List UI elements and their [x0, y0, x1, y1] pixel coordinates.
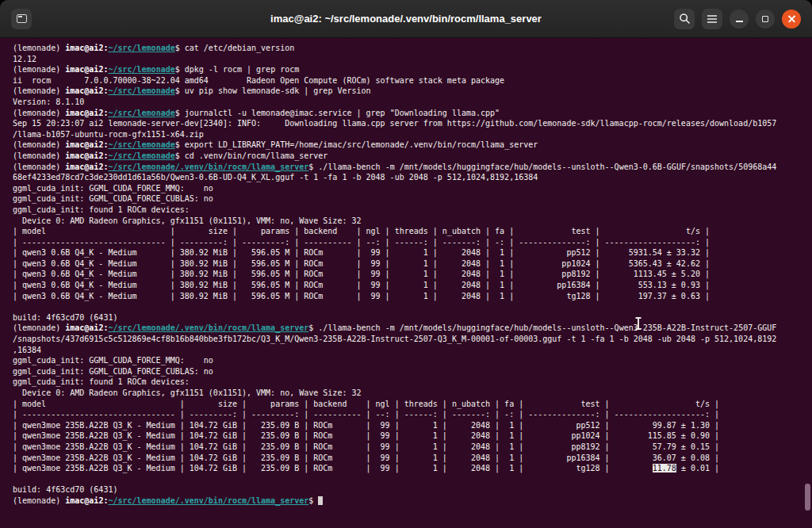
terminal-line: (lemonade) imac@ai2:~/src/lemonade$ cd .… — [13, 151, 806, 162]
terminal-line: /llama-b1057-ubuntu-rocm-gfx1151-x64.zip — [13, 129, 806, 140]
minimize-button[interactable] — [730, 10, 749, 29]
terminal-line: | -------------------------------- | ---… — [13, 409, 806, 420]
terminal-line: ii rocm 7.0.0.70000-38~22.04 amd64 Radeo… — [13, 75, 806, 86]
new-tab-button[interactable] — [11, 9, 32, 29]
maximize-button[interactable] — [756, 10, 775, 29]
terminal-line: (lemonade) imac@ai2:~/src/lemonade$ dpkg… — [13, 64, 806, 75]
search-icon — [679, 13, 691, 25]
terminal-line: Sep 15 20:23:07 ai2 lemonade-server-dev[… — [13, 118, 806, 129]
maximize-icon — [762, 16, 768, 22]
terminal-line: | qwen3moe 235B.A22B Q3_K - Medium | 104… — [13, 453, 806, 464]
terminal-line: ggml_cuda_init: found 1 ROCm devices: — [13, 205, 806, 216]
terminal-line: | qwen3 0.6B Q4_K - Medium | 380.92 MiB … — [13, 291, 806, 302]
terminal-line — [13, 301, 806, 312]
terminal-line — [13, 474, 806, 485]
terminal-tab-icon — [17, 14, 27, 23]
terminal-line: | qwen3 0.6B Q4_K - Medium | 380.92 MiB … — [13, 247, 806, 258]
search-button[interactable] — [674, 9, 695, 29]
terminal-line: build: 4f63cd70 (6431) — [13, 312, 806, 323]
terminal-line: ggml_cuda_init: GGML_CUDA_FORCE_MMQ: no — [13, 183, 806, 194]
terminal-line: (lemonade) imac@ai2:~/src/lemonade$ jour… — [13, 108, 806, 119]
terminal-line: (lemonade) imac@ai2:~/src/lemonade/.venv… — [13, 495, 806, 507]
terminal-line: ,16384 — [13, 345, 806, 356]
terminal-line: /snapshots/437d6915c5c512869e4cf8b16b840… — [13, 334, 806, 345]
terminal-line: (lemonade) imac@ai2:~/src/lemonade$ cat … — [13, 43, 806, 54]
terminal-line: | qwen3moe 235B.A22B Q3_K - Medium | 104… — [13, 442, 806, 453]
terminal-line: Device 0: AMD Radeon Graphics, gfx1151 (… — [13, 388, 806, 399]
terminal-line: (lemonade) imac@ai2:~/src/lemonade/.venv… — [13, 162, 806, 173]
terminal-line: ggml_cuda_init: found 1 ROCm devices: — [13, 377, 806, 388]
terminal-line: ggml_cuda_init: GGML_CUDA_FORCE_CUBLAS: … — [13, 366, 806, 377]
window-title: imac@ai2: ~/src/lemonade/.venv/bin/rocm/… — [270, 13, 542, 25]
terminal-line: 68ef4233ed78cd7c3de230dd1d61a56b/Qwen3-0… — [13, 172, 806, 183]
hamburger-icon — [707, 14, 718, 24]
terminal-content: (lemonade) imac@ai2:~/src/lemonade$ cat … — [13, 43, 806, 507]
terminal-line: | qwen3moe 235B.A22B Q3_K - Medium | 104… — [13, 430, 806, 442]
terminal[interactable]: (lemonade) imac@ai2:~/src/lemonade$ cat … — [0, 38, 812, 528]
terminal-line: 12.12 — [13, 54, 806, 65]
selection-highlight: 11.78 — [653, 464, 676, 473]
terminal-line: | model | size | params | backend | ngl … — [13, 226, 806, 237]
terminal-line: build: 4f63cd70 (6431) — [13, 484, 806, 495]
terminal-line: Device 0: AMD Radeon Graphics, gfx1151 (… — [13, 216, 806, 227]
menu-button[interactable] — [702, 9, 722, 29]
close-button[interactable] — [782, 10, 801, 29]
terminal-line: | qwen3 0.6B Q4_K - Medium | 380.92 MiB … — [13, 280, 806, 291]
headerbar: imac@ai2: ~/src/lemonade/.venv/bin/rocm/… — [0, 0, 812, 38]
headerbar-controls — [674, 9, 801, 29]
terminal-cursor — [318, 496, 323, 505]
terminal-line: | qwen3moe 235B.A22B Q3_K - Medium | 104… — [13, 420, 806, 431]
terminal-window: imac@ai2: ~/src/lemonade/.venv/bin/rocm/… — [0, 0, 812, 528]
terminal-line: | qwen3 0.6B Q4_K - Medium | 380.92 MiB … — [13, 269, 806, 280]
terminal-line: (lemonade) imac@ai2:~/src/lemonade/.venv… — [13, 323, 806, 334]
terminal-line: | model | size | params | backend | ngl … — [13, 399, 806, 410]
terminal-line: | qwen3moe 235B.A22B Q3_K - Medium | 104… — [13, 463, 806, 474]
terminal-line: ggml_cuda_init: GGML_CUDA_FORCE_CUBLAS: … — [13, 193, 806, 205]
scrollbar-thumb[interactable] — [805, 484, 810, 511]
minimize-icon — [736, 21, 743, 22]
terminal-line: (lemonade) imac@ai2:~/src/lemonade$ uv p… — [13, 86, 806, 97]
terminal-line: (lemonade) imac@ai2:~/src/lemonade$ expo… — [13, 140, 806, 151]
terminal-line: ggml_cuda_init: GGML_CUDA_FORCE_MMQ: no — [13, 355, 806, 366]
terminal-line: | ------------------------------ | -----… — [13, 237, 806, 248]
terminal-line: Version: 8.1.10 — [13, 97, 806, 108]
terminal-line: | qwen3 0.6B Q4_K - Medium | 380.92 MiB … — [13, 258, 806, 270]
